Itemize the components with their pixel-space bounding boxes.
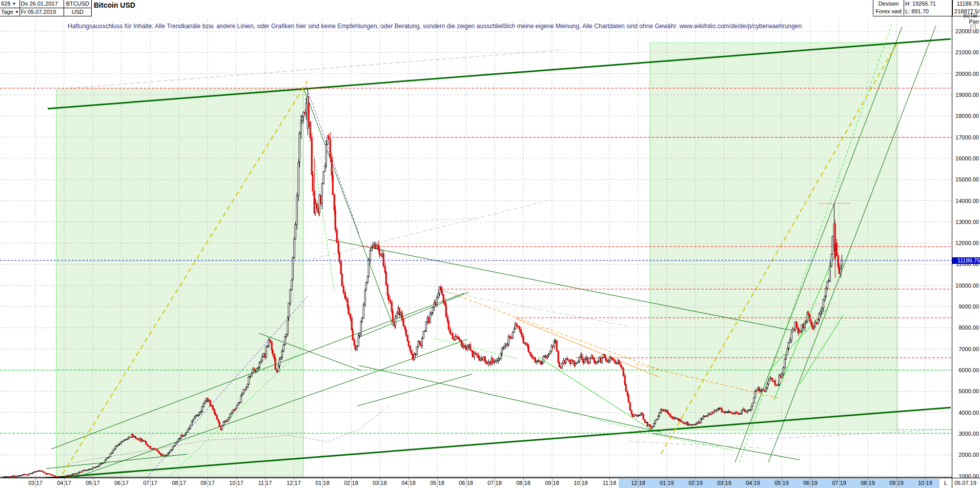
month-label: 10 17 bbox=[229, 480, 243, 486]
gray-top[interactable] bbox=[70, 50, 564, 88]
copyright-label: (c)Tai-Pan bbox=[953, 12, 979, 25]
orange-dash1[interactable] bbox=[445, 291, 662, 371]
limed-low19b[interactable] bbox=[652, 434, 733, 450]
candle-body bbox=[692, 424, 693, 425]
candle-body bbox=[221, 425, 222, 430]
candle-body bbox=[192, 420, 193, 422]
candle-body bbox=[716, 410, 717, 411]
candle-body bbox=[620, 364, 621, 367]
candle-body bbox=[741, 411, 742, 413]
candle-body bbox=[438, 293, 439, 297]
candle-body bbox=[360, 322, 361, 334]
candle-body bbox=[240, 395, 241, 403]
low18-line[interactable] bbox=[359, 365, 661, 432]
period-dropdown[interactable]: Tage ▼ bbox=[0, 8, 20, 16]
candle-body bbox=[696, 423, 697, 424]
candle-body bbox=[714, 411, 716, 411]
candle-body bbox=[439, 287, 440, 294]
orange-solid[interactable] bbox=[515, 318, 659, 377]
candle-body bbox=[319, 195, 320, 213]
candle-body bbox=[455, 336, 456, 340]
candle-body bbox=[407, 335, 408, 341]
candle-body bbox=[372, 247, 373, 248]
candle-body bbox=[681, 421, 682, 422]
candle-body bbox=[156, 449, 157, 451]
gray-ma18[interactable] bbox=[434, 290, 630, 327]
candle-body bbox=[828, 281, 829, 282]
gray-rise18[interactable] bbox=[313, 200, 551, 259]
candle-body bbox=[356, 347, 357, 350]
low-desc-19[interactable] bbox=[652, 433, 800, 460]
candle-body bbox=[492, 358, 493, 363]
candle-body bbox=[188, 429, 189, 430]
month-label: 11 18 bbox=[603, 480, 617, 486]
candle-body bbox=[679, 420, 680, 420]
candle-body bbox=[443, 295, 444, 302]
candle-body bbox=[425, 322, 426, 331]
candle-body bbox=[839, 267, 840, 274]
candle-body bbox=[390, 300, 391, 301]
price-tick-label: 3000.00 bbox=[952, 431, 979, 437]
candle-body bbox=[404, 326, 405, 330]
candle-body bbox=[712, 412, 713, 413]
price-axis[interactable]: 11189.75 22000.0021000.0020000.0019000.0… bbox=[952, 16, 980, 478]
candle-body bbox=[639, 415, 640, 416]
ch17-up2[interactable] bbox=[359, 292, 468, 337]
gray-bot1[interactable] bbox=[629, 441, 764, 448]
candle-body bbox=[336, 230, 337, 242]
candle-body bbox=[723, 412, 724, 412]
candle-body bbox=[588, 362, 589, 363]
month-label: 07 18 bbox=[487, 480, 502, 486]
candle-body bbox=[645, 422, 646, 423]
symbol-label: BTCUSD bbox=[64, 0, 91, 8]
candle-body bbox=[767, 384, 768, 388]
candle-body bbox=[290, 290, 291, 303]
candle-body bbox=[689, 424, 690, 425]
candle-body bbox=[565, 358, 566, 363]
candle-body bbox=[792, 329, 793, 332]
candle-body bbox=[70, 475, 71, 476]
candle-body bbox=[581, 355, 582, 359]
candle-body bbox=[178, 439, 179, 441]
month-label: 08 19 bbox=[861, 480, 875, 486]
candle-body bbox=[361, 318, 362, 321]
candle-body bbox=[614, 360, 615, 361]
candle-body bbox=[428, 317, 429, 323]
candle-body bbox=[440, 287, 441, 290]
page-title: Bitcoin USD bbox=[94, 1, 135, 9]
limed-low19a[interactable] bbox=[589, 418, 648, 432]
candle-body bbox=[841, 260, 842, 266]
candle-body bbox=[740, 413, 741, 415]
candle-body bbox=[834, 224, 835, 259]
bars-count-dropdown[interactable]: 628 ▼ bbox=[0, 0, 20, 8]
candle-body bbox=[28, 474, 29, 475]
time-axis[interactable]: L 05.07.19 03 1704 1705 1706 1707 1708 1… bbox=[0, 478, 980, 488]
candle-body bbox=[79, 472, 80, 472]
ch17-low2[interactable] bbox=[357, 374, 472, 406]
lime-4[interactable] bbox=[538, 357, 652, 430]
candle-body bbox=[354, 340, 355, 345]
candle-body bbox=[555, 341, 556, 341]
price-chart-canvas[interactable] bbox=[0, 0, 980, 488]
collapse-icon[interactable]: − bbox=[970, 25, 976, 30]
current-price-badge: 11189.75 bbox=[952, 257, 980, 264]
candle-body bbox=[388, 295, 389, 300]
candle-body bbox=[811, 321, 812, 326]
candle-body bbox=[308, 104, 309, 121]
candle-body bbox=[226, 421, 227, 421]
candle-body bbox=[283, 345, 284, 351]
candle-body bbox=[115, 446, 116, 449]
candle-body bbox=[803, 324, 804, 328]
candle-body bbox=[484, 357, 485, 361]
candle-body bbox=[170, 451, 171, 453]
green-zone-2017 bbox=[56, 89, 303, 477]
candle-body bbox=[619, 361, 620, 364]
candle-body bbox=[752, 403, 753, 406]
candle-body bbox=[551, 346, 552, 351]
candle-body bbox=[799, 331, 800, 333]
candle-body bbox=[212, 405, 213, 409]
candle-body bbox=[705, 416, 706, 417]
candle-body bbox=[26, 474, 27, 475]
candle-body bbox=[363, 305, 364, 318]
candle-body bbox=[461, 342, 462, 347]
